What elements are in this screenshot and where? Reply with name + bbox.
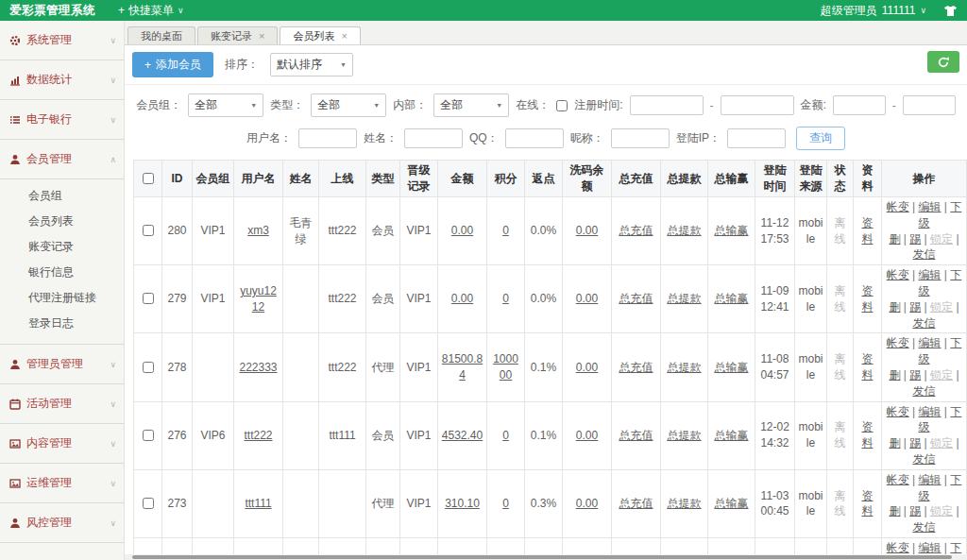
cell-total-withdraw-link[interactable]: 总提款 — [668, 292, 702, 305]
internal-select[interactable]: 全部 ▼ — [433, 93, 509, 117]
row-checkbox[interactable] — [143, 225, 154, 236]
close-icon[interactable]: × — [341, 30, 347, 42]
cell-total-winlose-link[interactable]: 总输赢 — [715, 429, 749, 442]
op-link[interactable]: 删 — [889, 300, 900, 314]
op-link[interactable]: 编辑 — [919, 541, 942, 554]
cell-profile-link[interactable]: 资料 — [862, 420, 874, 450]
regtime-to-input[interactable] — [721, 95, 794, 115]
cell-wash-balance-link[interactable]: 0.00 — [576, 224, 598, 237]
sidebar-subitem[interactable]: 登录日志 — [0, 311, 124, 336]
name-input[interactable] — [404, 128, 463, 148]
sidebar-subitem[interactable]: 账变记录 — [0, 234, 124, 260]
cell-points-link[interactable]: 0 — [502, 292, 509, 305]
sidebar-item-2[interactable]: 电子银行∨ — [0, 100, 124, 140]
search-button[interactable]: 查询 — [796, 127, 845, 150]
cell-amount-link[interactable]: 81500.84 — [442, 352, 483, 382]
op-link[interactable]: 锁定 — [930, 300, 953, 314]
tab-2[interactable]: 会员列表× — [280, 26, 360, 44]
op-link[interactable]: 帐变 — [887, 405, 909, 418]
amount-to-input[interactable] — [903, 95, 956, 115]
cell-total-winlose-link[interactable]: 总输赢 — [715, 292, 749, 305]
cell-points-link[interactable]: 100000 — [493, 352, 518, 382]
sidebar-subitem[interactable]: 银行信息 — [0, 260, 124, 285]
cell-total-winlose-link[interactable]: 总输赢 — [715, 224, 749, 237]
op-link[interactable]: 踢 — [909, 232, 921, 246]
cell-total-withdraw-link[interactable]: 总提款 — [668, 361, 702, 374]
op-link[interactable]: 锁定 — [930, 232, 953, 246]
op-link[interactable]: 发信 — [913, 247, 936, 261]
op-link[interactable]: 帐变 — [887, 200, 909, 213]
op-link[interactable]: 发信 — [913, 520, 936, 534]
cell-amount-link[interactable]: 310.10 — [445, 497, 480, 510]
cell-profile-link[interactable]: 资料 — [862, 352, 874, 382]
cell-total-withdraw-link[interactable]: 总提款 — [668, 429, 702, 442]
sidebar-item-5[interactable]: 活动管理∨ — [0, 384, 124, 424]
login-ip-input[interactable] — [727, 128, 786, 148]
cell-points-link[interactable]: 0 — [502, 497, 509, 510]
op-link[interactable]: 踢 — [909, 504, 921, 518]
cell-total-withdraw-link[interactable]: 总提款 — [668, 497, 702, 510]
op-link[interactable]: 删 — [889, 504, 900, 518]
sidebar-subitem[interactable]: 会员列表 — [0, 209, 124, 234]
op-link[interactable]: 发信 — [913, 452, 936, 466]
cell-points-link[interactable]: 0 — [502, 224, 509, 237]
op-link[interactable]: 踢 — [909, 300, 921, 314]
op-link[interactable]: 帐变 — [887, 336, 909, 349]
cell-amount-link[interactable]: 0.00 — [451, 292, 473, 305]
type-select[interactable]: 全部 ▼ — [311, 93, 386, 117]
tab-1[interactable]: 账变记录× — [197, 26, 278, 44]
cell-wash-balance-link[interactable]: 0.00 — [576, 361, 598, 374]
op-link[interactable]: 锁定 — [930, 504, 953, 518]
cell-wash-balance-link[interactable]: 0.00 — [576, 292, 598, 305]
op-link[interactable]: 踢 — [909, 368, 921, 382]
op-link[interactable]: 帐变 — [887, 541, 909, 554]
sidebar-subitem[interactable]: 会员组 — [0, 183, 124, 209]
sidebar-item-4[interactable]: 管理员管理∨ — [0, 345, 124, 384]
op-link[interactable]: 删 — [889, 436, 900, 450]
select-all-checkbox[interactable] — [143, 173, 154, 184]
nickname-input[interactable] — [611, 128, 670, 148]
op-link[interactable]: 锁定 — [930, 436, 953, 450]
cell-amount-link[interactable]: 4532.40 — [442, 429, 483, 442]
add-member-button[interactable]: + 添加会员 — [132, 52, 213, 77]
sidebar-item-3[interactable]: 会员管理∧ — [0, 140, 124, 179]
op-link[interactable]: 锁定 — [930, 368, 953, 382]
op-link[interactable]: 发信 — [913, 316, 936, 330]
cell-total-withdraw-link[interactable]: 总提款 — [668, 224, 702, 237]
theme-tshirt-icon[interactable] — [943, 5, 958, 17]
cell-total-winlose-link[interactable]: 总输赢 — [715, 361, 749, 374]
admin-menu[interactable]: 超级管理员 111111 ∨ — [821, 3, 926, 19]
amount-from-input[interactable] — [833, 95, 886, 115]
cell-total-winlose-link[interactable]: 总输赢 — [715, 497, 749, 510]
sidebar-item-6[interactable]: 内容管理∨ — [0, 424, 124, 464]
cell-total-recharge-link[interactable]: 总充值 — [619, 292, 653, 305]
quick-menu-button[interactable]: + 快捷菜单 ∨ — [118, 3, 184, 19]
op-link[interactable]: 帐变 — [887, 473, 909, 486]
online-checkbox[interactable] — [556, 100, 568, 111]
refresh-button[interactable] — [927, 51, 959, 73]
sidebar-subitem[interactable]: 代理注册链接 — [0, 285, 124, 311]
op-link[interactable]: 踢 — [909, 436, 921, 450]
qq-input[interactable] — [505, 128, 564, 148]
cell-total-recharge-link[interactable]: 总充值 — [619, 361, 653, 374]
sidebar-item-7[interactable]: 运维管理∨ — [0, 464, 124, 503]
op-link[interactable]: 删 — [889, 232, 900, 246]
cell-total-recharge-link[interactable]: 总充值 — [619, 224, 653, 237]
scrollbar-thumb[interactable] — [132, 555, 952, 559]
cell-points-link[interactable]: 0 — [502, 429, 509, 442]
username-input[interactable] — [298, 128, 357, 148]
op-link[interactable]: 编辑 — [919, 268, 942, 281]
cell-profile-link[interactable]: 资料 — [862, 216, 874, 246]
sidebar-item-0[interactable]: 系统管理∨ — [0, 21, 124, 60]
cell-username-link[interactable]: ttt222 — [244, 429, 272, 442]
op-link[interactable]: 编辑 — [919, 336, 942, 349]
cell-username-link[interactable]: ttt111 — [245, 497, 271, 510]
cell-wash-balance-link[interactable]: 0.00 — [576, 497, 598, 510]
sidebar-item-1[interactable]: 数据统计∨ — [0, 60, 124, 100]
cell-wash-balance-link[interactable]: 0.00 — [576, 429, 598, 442]
op-link[interactable]: 发信 — [913, 384, 936, 398]
close-icon[interactable]: × — [259, 30, 264, 42]
cell-total-recharge-link[interactable]: 总充值 — [619, 429, 653, 442]
member-group-select[interactable]: 全部 ▼ — [188, 93, 263, 117]
cell-total-recharge-link[interactable]: 总充值 — [619, 497, 653, 510]
